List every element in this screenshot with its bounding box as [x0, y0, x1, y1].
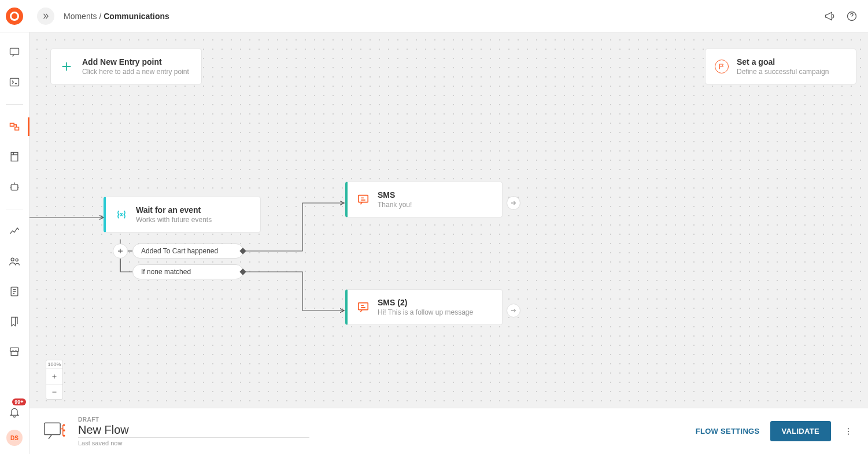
plus-icon [117, 248, 124, 254]
node-output-1[interactable] [507, 196, 520, 210]
analytics-icon [9, 226, 20, 237]
sidebar-item-templates[interactable] [0, 145, 29, 168]
notification-badge: 99+ [12, 398, 25, 405]
branch-1-label: Added To Cart happened [141, 247, 218, 255]
sms-icon [357, 301, 370, 313]
left-sidebar: 99+ DS [0, 32, 29, 454]
sidebar-item-document[interactable] [0, 280, 29, 303]
sms-icon [357, 193, 370, 206]
node-sms-2[interactable]: SMS (2) Hi! This is a follow up message [345, 289, 503, 325]
sidebar-item-notifications[interactable]: 99+ [0, 402, 29, 423]
sms1-subtitle: Thank you! [378, 201, 412, 209]
help-icon[interactable] [846, 10, 858, 22]
breadcrumb-current: Communications [104, 12, 169, 21]
svg-rect-12 [45, 423, 61, 434]
flow-status: DRAFT [78, 416, 309, 423]
validate-button[interactable]: VALIDATE [770, 421, 831, 441]
goal-subtitle: Define a successful campaign [737, 68, 829, 76]
bottom-bar: DRAFT New Flow Last saved now FLOW SETTI… [29, 408, 868, 454]
zoom-out-button[interactable] [46, 384, 62, 399]
svg-point-7 [11, 258, 14, 261]
plus-icon [51, 373, 58, 380]
bot-icon [9, 181, 20, 193]
breadcrumb-parent[interactable]: Moments [64, 12, 97, 21]
svg-rect-10 [359, 195, 368, 202]
zoom-in-button[interactable] [46, 369, 62, 384]
set-goal-card[interactable]: Set a goal Define a successful campaign [705, 49, 856, 84]
sidebar-item-people[interactable] [0, 250, 29, 273]
node-output-2[interactable] [507, 304, 520, 318]
minus-icon [51, 389, 58, 396]
document-icon [9, 286, 20, 297]
svg-point-18 [848, 433, 849, 434]
flow-title-input[interactable]: New Flow [78, 423, 309, 438]
user-avatar[interactable]: DS [6, 430, 23, 446]
svg-point-17 [848, 430, 849, 431]
branch-pill-2[interactable]: If none matched [132, 264, 243, 279]
goal-title: Set a goal [737, 57, 829, 67]
diamond-icon [239, 248, 246, 254]
plus-icon [60, 60, 73, 73]
sidebar-item-bot[interactable] [0, 175, 29, 198]
svg-rect-1 [10, 48, 19, 54]
flow-canvas[interactable]: Add New Entry point Click here to add a … [29, 32, 868, 408]
node-sms-1[interactable]: SMS Thank you! [345, 182, 503, 217]
chat-icon [9, 46, 20, 58]
bookmark-icon [9, 316, 20, 327]
top-header: Moments / Communications [0, 0, 868, 32]
terminal-icon [9, 76, 20, 88]
chevron-right-double-icon [42, 12, 50, 20]
sms2-title: SMS (2) [378, 298, 473, 307]
store-icon [9, 346, 20, 357]
sidebar-item-terminal[interactable] [0, 71, 29, 94]
flow-icon [9, 121, 20, 132]
zoom-level: 100% [46, 360, 62, 369]
event-icon [115, 208, 128, 221]
flag-icon [715, 60, 729, 73]
svg-rect-6 [11, 184, 18, 190]
flow-settings-button[interactable]: FLOW SETTINGS [696, 427, 760, 435]
template-icon [9, 151, 20, 163]
bell-icon [9, 407, 20, 418]
app-logo[interactable] [6, 8, 23, 25]
svg-rect-4 [15, 127, 19, 130]
sidebar-item-flows[interactable] [0, 115, 29, 138]
add-entry-point-card[interactable]: Add New Entry point Click here to add a … [50, 49, 202, 84]
svg-rect-3 [10, 123, 14, 126]
svg-point-16 [848, 428, 849, 429]
breadcrumb: Moments / Communications [64, 12, 169, 21]
zoom-control: 100% [46, 360, 63, 400]
entry-title: Add New Entry point [82, 57, 189, 67]
more-vertical-icon [844, 427, 853, 436]
arrow-right-icon [510, 307, 517, 314]
branch-2-label: If none matched [141, 268, 191, 276]
entry-subtitle: Click here to add a new entry point [82, 68, 189, 76]
sidebar-item-bookmark[interactable] [0, 310, 29, 333]
svg-point-8 [16, 259, 18, 261]
people-icon [9, 256, 20, 267]
more-menu-button[interactable] [841, 425, 855, 438]
sidebar-item-conversations[interactable] [0, 40, 29, 64]
announce-icon[interactable] [824, 10, 836, 22]
svg-rect-11 [359, 303, 368, 310]
node-wait-event[interactable]: Wait for an event Works with future even… [104, 197, 261, 232]
wait-title: Wait for an event [136, 205, 212, 215]
svg-rect-5 [11, 153, 18, 161]
flow-last-saved: Last saved now [78, 440, 309, 446]
sms1-title: SMS [378, 190, 412, 200]
wait-subtitle: Works with future events [136, 216, 212, 224]
arrow-right-icon [510, 200, 517, 206]
flow-chat-icon [42, 419, 68, 444]
branch-pill-1[interactable]: Added To Cart happened [132, 243, 243, 259]
expand-sidebar-button[interactable] [37, 8, 54, 25]
add-branch-button[interactable] [113, 243, 128, 259]
svg-rect-2 [10, 78, 19, 86]
diamond-icon [239, 268, 246, 275]
sms2-subtitle: Hi! This is a follow up message [378, 308, 473, 316]
sidebar-item-analytics[interactable] [0, 220, 29, 243]
sidebar-item-store[interactable] [0, 340, 29, 363]
